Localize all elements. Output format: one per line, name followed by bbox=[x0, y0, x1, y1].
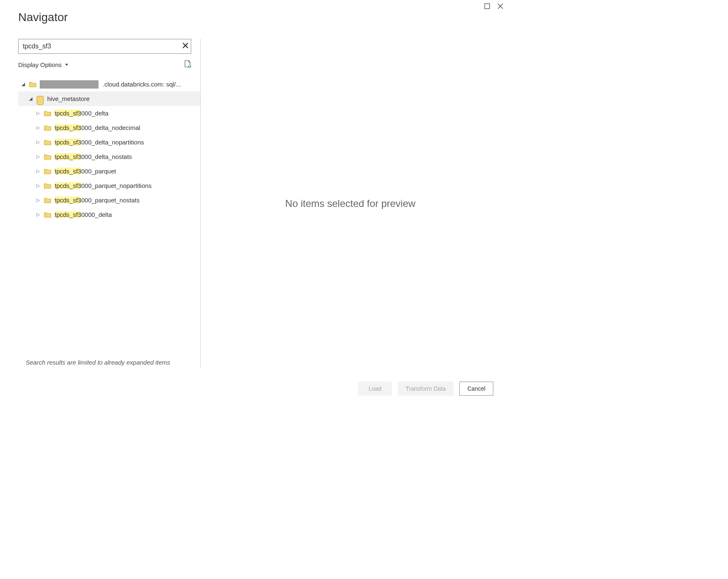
schema-label: tpcds_sf30000_delta bbox=[55, 211, 112, 218]
dialog-buttons: Load Transform Data Cancel bbox=[358, 382, 493, 396]
load-button[interactable]: Load bbox=[358, 382, 392, 396]
folder-icon bbox=[44, 183, 51, 189]
schema-label: tpcds_sf3000_parquet bbox=[55, 168, 116, 175]
expand-icon[interactable]: ▷ bbox=[36, 139, 41, 145]
collapse-icon[interactable]: ◢ bbox=[21, 82, 26, 87]
tree-schema-item[interactable]: ▷tpcds_sf3000_delta_nostats bbox=[18, 149, 200, 164]
database-icon bbox=[36, 96, 44, 102]
collapse-icon[interactable]: ◢ bbox=[28, 96, 33, 101]
search-hint: Search results are limited to already ex… bbox=[26, 359, 170, 366]
maximize-icon[interactable] bbox=[484, 3, 490, 9]
navigator-dialog: Navigator Display Options bbox=[0, 0, 508, 406]
redacted-host bbox=[40, 80, 99, 89]
expand-icon[interactable]: ▷ bbox=[36, 125, 41, 130]
svg-rect-0 bbox=[485, 4, 490, 9]
folder-icon bbox=[44, 211, 51, 218]
tree-schema-item[interactable]: ▷tpcds_sf3000_parquet_nopartitions bbox=[18, 178, 200, 193]
close-icon[interactable] bbox=[497, 3, 503, 9]
transform-data-button[interactable]: Transform Data bbox=[398, 382, 454, 396]
schema-label: tpcds_sf3000_parquet_nopartitions bbox=[55, 182, 151, 189]
expand-icon[interactable]: ▷ bbox=[36, 212, 41, 217]
folder-icon bbox=[29, 81, 36, 87]
refresh-icon[interactable] bbox=[184, 60, 191, 70]
schema-label: tpcds_sf3000_parquet_nostats bbox=[55, 197, 139, 204]
preview-pane: No items selected for preview bbox=[205, 39, 496, 368]
connection-label: .cloud.databricks.com: sql/... bbox=[103, 81, 181, 88]
schema-label: tpcds_sf3000_delta_nostats bbox=[55, 153, 132, 160]
navigator-tree: ◢ .cloud.databricks.com: sql/... ◢ hive_… bbox=[18, 77, 200, 222]
pane-divider bbox=[200, 39, 201, 368]
folder-icon bbox=[44, 154, 51, 160]
navigator-left-pane: Display Options ◢ bbox=[18, 39, 200, 368]
display-options-label: Display Options bbox=[18, 61, 62, 68]
preview-empty-message: No items selected for preview bbox=[285, 198, 416, 209]
tree-schema-item[interactable]: ▷tpcds_sf3000_delta_nodecimal bbox=[18, 120, 200, 135]
expand-icon[interactable]: ▷ bbox=[36, 154, 41, 159]
expand-icon[interactable]: ▷ bbox=[36, 168, 41, 174]
folder-icon bbox=[44, 139, 51, 145]
schema-label: tpcds_sf3000_delta_nopartitions bbox=[55, 139, 144, 146]
window-controls bbox=[484, 3, 503, 9]
folder-icon bbox=[44, 110, 51, 116]
folder-icon bbox=[44, 125, 51, 131]
metastore-label: hive_metastore bbox=[47, 95, 90, 102]
tree-metastore[interactable]: ◢ hive_metastore bbox=[18, 91, 200, 106]
expand-icon[interactable]: ▷ bbox=[36, 111, 41, 116]
expand-icon[interactable]: ▷ bbox=[36, 183, 41, 188]
search-field-wrap bbox=[18, 39, 191, 54]
clear-search-icon[interactable] bbox=[183, 43, 188, 50]
folder-icon bbox=[44, 168, 51, 174]
tree-schema-item[interactable]: ▷tpcds_sf30000_delta bbox=[18, 207, 200, 222]
chevron-down-icon bbox=[65, 64, 68, 66]
tree-root-connection[interactable]: ◢ .cloud.databricks.com: sql/... bbox=[18, 77, 200, 91]
expand-icon[interactable]: ▷ bbox=[36, 197, 41, 203]
search-input[interactable] bbox=[19, 39, 191, 53]
cancel-button[interactable]: Cancel bbox=[459, 382, 493, 396]
dialog-title: Navigator bbox=[18, 11, 68, 24]
tree-schema-item[interactable]: ▷tpcds_sf3000_delta_nopartitions bbox=[18, 135, 200, 149]
tree-schema-item[interactable]: ▷tpcds_sf3000_parquet bbox=[18, 164, 200, 178]
schema-label: tpcds_sf3000_delta_nodecimal bbox=[55, 124, 140, 131]
folder-icon bbox=[44, 197, 51, 203]
tree-schema-item[interactable]: ▷tpcds_sf3000_delta bbox=[18, 106, 200, 120]
tree-schema-item[interactable]: ▷tpcds_sf3000_parquet_nostats bbox=[18, 193, 200, 207]
schema-label: tpcds_sf3000_delta bbox=[55, 110, 108, 117]
display-options-dropdown[interactable]: Display Options bbox=[18, 61, 68, 68]
